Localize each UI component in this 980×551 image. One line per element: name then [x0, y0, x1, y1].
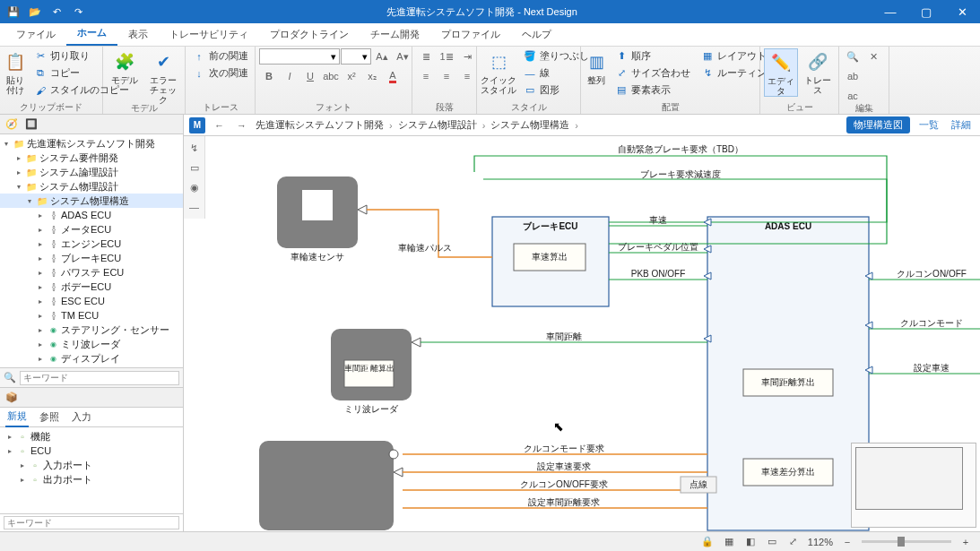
status-fit-icon[interactable]: ⤢ [786, 535, 801, 549]
align-icon: ▥ [585, 50, 608, 73]
palette-arrow-icon[interactable]: ↯ [186, 140, 203, 156]
tree-search-input[interactable] [20, 371, 179, 385]
tree-item[interactable]: ▸📁システム論理設計 [0, 165, 183, 179]
display-button[interactable]: ▤要素表示 [611, 82, 694, 98]
indent-icon[interactable]: ⇥ [457, 48, 477, 65]
tab-view[interactable]: 表示 [117, 23, 159, 46]
toolbox-list[interactable]: ▸▫機能▸▫ECU▸▫入力ポート▸▫出力ポート [0, 427, 183, 513]
view-list-link[interactable]: 一覧 [915, 118, 942, 132]
editor-button[interactable]: ✏️ エディタ [764, 48, 798, 97]
status-grid-icon[interactable]: ▦ [722, 535, 736, 549]
breadcrumb-2[interactable]: システム物理構造 [490, 118, 569, 132]
font-family-select[interactable]: ▾ [259, 48, 340, 65]
numbering-icon[interactable]: 1≣ [437, 48, 456, 65]
minimize-button[interactable]: — [872, 0, 908, 23]
toolbox-item[interactable]: ▸▫ECU [2, 443, 181, 458]
model-tree[interactable]: ▾📁先進運転システムソフト開発▸📁システム要件開発▸📁システム論理設計▾📁システ… [0, 134, 183, 368]
font-size-select[interactable]: ▾ [341, 48, 371, 65]
toolbox-tab-input[interactable]: 入力 [70, 408, 93, 426]
tab-productline[interactable]: プロダクトライン [259, 23, 360, 46]
italic-icon[interactable]: I [280, 68, 299, 84]
tab-help[interactable]: ヘルプ [511, 23, 562, 46]
super-icon[interactable]: x² [342, 68, 361, 84]
tree-item[interactable]: ▸パワステ ECU [0, 265, 183, 280]
palette-port-icon[interactable]: ◉ [186, 179, 203, 195]
paste-button[interactable]: 📋 貼り付け [4, 48, 27, 95]
align-left-icon[interactable]: ≡ [416, 68, 436, 84]
view-structure-button[interactable]: 物理構造図 [846, 116, 910, 133]
strike-icon[interactable]: abc [321, 68, 341, 84]
tree-item[interactable]: ▸メータECU [0, 222, 183, 237]
toolbox-item[interactable]: ▸▫出力ポート [2, 472, 181, 486]
font-shrink-icon[interactable]: A▾ [393, 48, 412, 65]
underline-icon[interactable]: U [300, 68, 320, 84]
replace-icon[interactable]: ab [843, 68, 863, 84]
status-view-icon[interactable]: ▭ [765, 535, 779, 549]
sizematch-button[interactable]: ⤢サイズ合わせ [611, 65, 694, 81]
tree-root[interactable]: ▾📁先進運転システムソフト開発 [0, 136, 183, 151]
tree-item[interactable]: ▸ESC ECU [0, 294, 183, 308]
trace-view-button[interactable]: 🔗 トレース [802, 48, 835, 95]
bullets-icon[interactable]: ≣ [416, 48, 436, 65]
align-button[interactable]: ▥ 整列 [585, 48, 608, 85]
fontcolor-icon[interactable]: A [383, 68, 403, 84]
tab-traceability[interactable]: トレーサビリティ [159, 23, 259, 46]
next-rel-button[interactable]: ↓次の関連 [189, 65, 252, 81]
palette-block-icon[interactable]: ▭ [186, 159, 203, 176]
tab-teamdev[interactable]: チーム開発 [360, 23, 430, 46]
save-icon[interactable]: 💾 [5, 4, 22, 20]
tree-item[interactable]: ▸ボデーECU [0, 280, 183, 294]
tab-profile[interactable]: プロファイル [430, 23, 511, 46]
sub-icon[interactable]: x₂ [362, 68, 382, 84]
delete-icon[interactable]: ✕ [863, 48, 883, 65]
tree-item[interactable]: ▸TM ECU [0, 308, 183, 323]
find-icon[interactable]: 🔍 [843, 48, 863, 65]
open-icon[interactable]: 📂 [27, 4, 43, 20]
redo-icon[interactable]: ↷ [70, 4, 86, 20]
minimap[interactable] [851, 443, 976, 528]
tree-item[interactable]: ▸エンジンECU [0, 237, 183, 251]
toolbox-tab-ref[interactable]: 参照 [38, 408, 61, 426]
explorer-tab-1[interactable]: 🧭 [4, 117, 20, 132]
errorcheck-button[interactable]: ✔ エラーチェック [146, 48, 182, 105]
quickstyle-button[interactable]: ⬚ クイック スタイル [481, 48, 516, 95]
explorer-tab-2[interactable]: 🔲 [23, 117, 39, 132]
toolbox-icon[interactable]: 📦 [4, 391, 20, 405]
zoom-out-icon[interactable]: − [840, 535, 854, 549]
view-detail-link[interactable]: 詳細 [948, 118, 975, 132]
bold-icon[interactable]: B [259, 68, 279, 84]
zoom-slider[interactable] [862, 540, 951, 543]
tree-item[interactable]: ▸ミリ波レーダ [0, 337, 183, 351]
order-button[interactable]: ⬆順序 [611, 48, 694, 64]
status-lock-icon[interactable]: 🔒 [700, 535, 715, 549]
tree-item[interactable]: ▾📁システム物理構造 [0, 194, 183, 208]
tree-item[interactable]: ▸📁システム要件開発 [0, 151, 183, 165]
tree-item[interactable]: ▾📁システム物理設計 [0, 179, 183, 194]
tree-item[interactable]: ▸ブレーキECU [0, 251, 183, 265]
align-right-icon[interactable]: ≡ [457, 68, 477, 84]
status-snap-icon[interactable]: ◧ [743, 535, 758, 549]
breadcrumb-1[interactable]: システム物理設計 [398, 118, 477, 132]
maximize-button[interactable]: ▢ [908, 0, 944, 23]
tree-item[interactable]: ▸ステアリング・センサー [0, 323, 183, 337]
zoom-in-icon[interactable]: + [958, 535, 973, 549]
toolbox-filter-input[interactable] [4, 516, 179, 529]
diagram-canvas[interactable]: ADAS ECU ブレーキECU 車速算出 車間距離算出 車速差分算出 車輪速セ… [205, 136, 980, 531]
tree-item[interactable]: ▸ディスプレイ [0, 351, 183, 366]
toolbox-item[interactable]: ▸▫入力ポート [2, 458, 181, 472]
nav-fwd-icon[interactable]: → [233, 120, 250, 131]
undo-icon[interactable]: ↶ [48, 4, 65, 20]
model-button[interactable]: 🧩 モデル [107, 48, 143, 85]
tab-home[interactable]: ホーム [66, 22, 117, 46]
breadcrumb-0[interactable]: 先進運転システムソフト開発 [256, 118, 384, 132]
align-center-icon[interactable]: ≡ [437, 68, 456, 84]
prev-rel-button[interactable]: ↑前の関連 [189, 48, 252, 64]
nav-back-icon[interactable]: ← [211, 120, 228, 131]
toolbox-item[interactable]: ▸▫機能 [2, 429, 181, 443]
toolbox-tab-new[interactable]: 新規 [5, 407, 29, 427]
tab-file[interactable]: ファイル [5, 23, 66, 46]
close-button[interactable]: ✕ [944, 0, 980, 23]
font-grow-icon[interactable]: A▴ [372, 48, 392, 65]
palette-line-icon[interactable]: ― [186, 199, 203, 215]
tree-item[interactable]: ▸ADAS ECU [0, 208, 183, 222]
